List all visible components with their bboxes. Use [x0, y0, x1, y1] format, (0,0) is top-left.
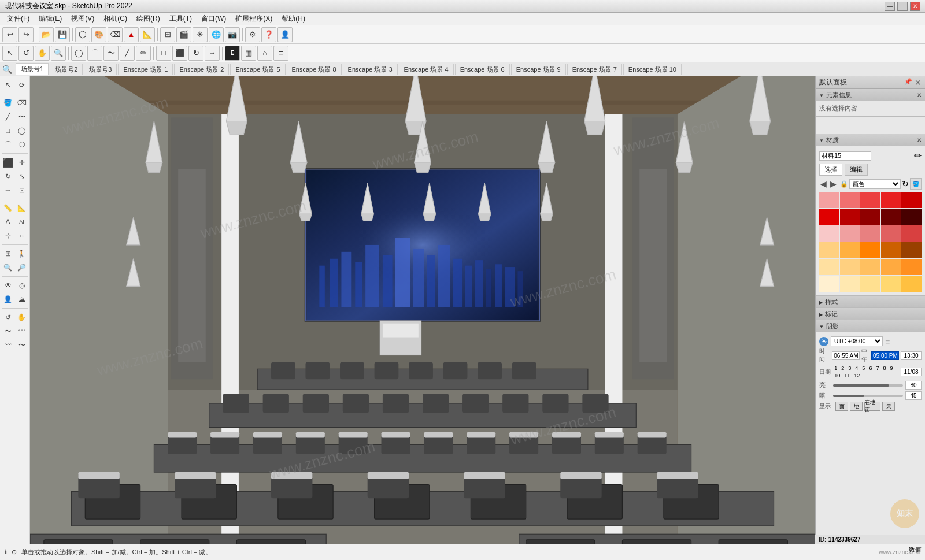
dim-tool[interactable]: ↔	[16, 229, 28, 242]
person-button[interactable]: 👤	[278, 27, 293, 42]
scene-tab-enscape5[interactable]: Enscape 场景 5	[230, 64, 285, 75]
push-pull-tool[interactable]: ⬛	[172, 46, 187, 61]
tags-header[interactable]: 标记	[816, 308, 925, 320]
paint-button[interactable]: ▲	[124, 27, 139, 42]
shadows-toggle[interactable]	[819, 322, 824, 329]
enscape-button[interactable]: E	[225, 46, 240, 61]
display-ground2-btn[interactable]: 在地面	[864, 402, 880, 411]
look-around-tool[interactable]: ◎	[16, 279, 28, 292]
menu-tools[interactable]: 工具(T)	[165, 13, 197, 25]
color-cell[interactable]	[901, 259, 922, 275]
section-cut-button[interactable]: ⊞	[160, 27, 175, 42]
color-cell[interactable]	[881, 192, 901, 208]
scene-tab-enscape3[interactable]: Enscape 场景 3	[343, 64, 398, 75]
color-cell[interactable]	[840, 276, 860, 292]
text-tool[interactable]: A	[2, 216, 14, 228]
person-scale-tool[interactable]: 👤	[2, 293, 14, 306]
minimize-button[interactable]: —	[885, 2, 895, 11]
materials-close[interactable]: ✕	[917, 137, 922, 143]
ai-tool[interactable]: AI	[16, 216, 28, 228]
dark-value-input[interactable]	[905, 391, 922, 400]
material-name-input[interactable]	[819, 151, 871, 161]
scene-tab-enscape1[interactable]: Enscape 场景 1	[118, 64, 173, 75]
followme-tool-left[interactable]: →	[2, 184, 14, 196]
push-pull-tool-left[interactable]: ⬛	[2, 156, 14, 169]
styles-header[interactable]: 样式	[816, 296, 925, 307]
color-cell[interactable]	[860, 192, 880, 208]
window-controls[interactable]: — □ ✕	[885, 2, 920, 11]
day-number[interactable]: 7	[874, 365, 880, 372]
panel-pin-button[interactable]: 📌	[904, 78, 912, 87]
scene-tab-enscape9[interactable]: Enscape 场景 9	[511, 64, 566, 75]
color-cell[interactable]	[860, 276, 880, 292]
day-number[interactable]: 2	[839, 365, 846, 372]
display-sky-btn[interactable]: 天	[882, 402, 895, 411]
color-cell[interactable]	[860, 225, 880, 242]
menu-help[interactable]: 帮助(H)	[277, 13, 310, 25]
color-cell[interactable]	[860, 259, 880, 275]
polygon-tool[interactable]: ⬡	[16, 138, 28, 151]
panel-close-button[interactable]: ✕	[915, 78, 922, 87]
shadow-enable-btn[interactable]: ☀	[819, 337, 828, 346]
scene-tab-enscape10[interactable]: Enscape 场景 10	[623, 64, 682, 75]
circle-tool[interactable]: ◯	[71, 46, 86, 61]
menu-edit[interactable]: 编辑(E)	[34, 13, 66, 25]
save-button[interactable]: 💾	[55, 27, 70, 42]
color-cell[interactable]	[881, 225, 901, 242]
paint-color-btn[interactable]: 🪣	[910, 178, 922, 190]
settings-button[interactable]: ⚙	[245, 27, 260, 42]
line-tool-left[interactable]: ╱	[2, 110, 14, 123]
day-number[interactable]: 4	[853, 365, 860, 372]
color-dropdown[interactable]: 颜色	[849, 179, 901, 189]
color-cycle-icon[interactable]: ↻	[902, 179, 909, 188]
time-value-input[interactable]	[901, 351, 922, 360]
menu-extensions[interactable]: 扩展程序(X)	[231, 13, 277, 25]
scene-tab-enscape7[interactable]: Enscape 场景 7	[567, 64, 622, 75]
materials-toggle[interactable]	[819, 136, 824, 143]
color-cell[interactable]	[840, 192, 860, 208]
rotate-tool[interactable]: ↻	[188, 46, 204, 61]
section-plane-tool[interactable]: ⊞	[2, 247, 14, 260]
wave-tool2[interactable]: 〰	[16, 325, 28, 338]
lasso-tool[interactable]: ⟳	[16, 79, 28, 91]
menu-draw[interactable]: 绘图(R)	[132, 13, 165, 25]
freehand-tool[interactable]: ✏	[136, 46, 151, 61]
color-cell[interactable]	[901, 242, 922, 258]
color-cell[interactable]	[840, 259, 860, 275]
select-tool[interactable]: ↖	[2, 46, 17, 61]
timezone-select[interactable]: UTC +08:00	[831, 336, 883, 346]
materials-header[interactable]: 材质 ✕	[816, 134, 925, 146]
edit-tab[interactable]: 编辑	[845, 164, 868, 176]
render-button[interactable]: ▦	[241, 46, 256, 61]
day-number[interactable]: 11	[842, 372, 852, 379]
day-number[interactable]: 6	[867, 365, 874, 372]
scene-button[interactable]: 🎬	[176, 27, 191, 42]
scene-tab-enscape2[interactable]: Enscape 场景 2	[174, 64, 229, 75]
color-cell[interactable]	[819, 225, 839, 242]
menu-camera[interactable]: 相机(C)	[99, 13, 132, 25]
scene-search-icon[interactable]: 🔍	[2, 65, 12, 74]
freehand-tool-left[interactable]: 〜	[16, 110, 28, 123]
rectangle-tool[interactable]: □	[156, 46, 171, 61]
menu-view[interactable]: 视图(V)	[66, 13, 99, 25]
rect-tool-left[interactable]: □	[2, 124, 14, 137]
bezier-tool[interactable]: 〜	[103, 46, 119, 61]
scene-tab-3[interactable]: 场景号3	[84, 64, 117, 75]
color-cell[interactable]	[901, 192, 922, 208]
redo-button[interactable]: ↪	[18, 27, 34, 42]
line-tool[interactable]: ╱	[120, 46, 135, 61]
day-number[interactable]: 12	[852, 372, 861, 379]
color-cell[interactable]	[860, 242, 880, 258]
styles-toggle[interactable]	[819, 298, 823, 305]
entity-info-close[interactable]: ✕	[917, 92, 922, 98]
day-number[interactable]: 9	[888, 365, 894, 372]
color-prev-arrow[interactable]: ◀	[819, 179, 828, 188]
zoom-tool[interactable]: 🔍	[51, 46, 66, 61]
orbit-left[interactable]: ↺	[2, 311, 14, 324]
display-ground-btn[interactable]: 地	[850, 402, 863, 411]
scale-tool[interactable]: ⤡	[16, 170, 28, 183]
color-cell[interactable]	[840, 242, 860, 258]
material-button[interactable]: 🎨	[91, 27, 106, 42]
color-cell[interactable]	[901, 276, 922, 292]
scene-tab-enscape6[interactable]: Enscape 场景 6	[455, 64, 510, 75]
